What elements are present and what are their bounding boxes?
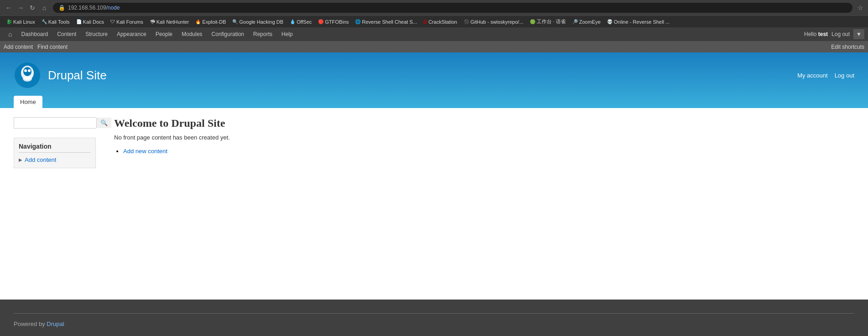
admin-logout-link[interactable]: Log out: [831, 31, 850, 37]
bookmark-kali-tools[interactable]: 🔧 Kali Tools: [39, 18, 73, 26]
bookmark-label: Google Hacking DB: [239, 19, 283, 25]
kali-nethunter-icon: 🦈: [150, 19, 155, 24]
site-header-top: Drupal Site My account Log out: [14, 62, 854, 89]
bookmarks-bar: 🐉 Kali Linux 🔧 Kali Tools 📄 Kali Docs 🛡 …: [0, 16, 868, 27]
site-content: 🔍 Navigation ▶ Add content Welcome to Dr…: [0, 108, 868, 245]
bookmark-label: Kali Linux: [13, 19, 35, 25]
bookmark-label: 工作台 · 语雀: [537, 18, 566, 25]
bookmark-kali-linux[interactable]: 🐉 Kali Linux: [4, 18, 38, 26]
bookmark-google-hacking[interactable]: 🔍 Google Hacking DB: [230, 18, 286, 26]
no-content-message: No front page content has been created y…: [114, 134, 854, 141]
bookmark-kali-forums[interactable]: 🛡 Kali Forums: [108, 18, 146, 26]
bookmark-label: Exploit-DB: [202, 19, 226, 25]
browser-chrome: ← → ↻ ⌂ 🔒 192.168.56.109/node ☆ 🐉 Kali L…: [0, 0, 868, 27]
drupal-logo: [14, 62, 41, 89]
admin-nav-content[interactable]: Content: [52, 27, 81, 41]
list-item: Add new content: [123, 148, 854, 155]
security-icon: 🔒: [58, 5, 65, 11]
add-content-link[interactable]: Add content: [4, 44, 33, 50]
add-new-content-link[interactable]: Add new content: [123, 148, 167, 155]
edit-shortcuts-link[interactable]: Edit shortcuts: [831, 44, 864, 50]
page-title: Welcome to Drupal Site: [114, 117, 854, 129]
kali-linux-icon: 🐉: [6, 19, 12, 24]
gtfobins-icon: 🔴: [318, 19, 324, 24]
admin-dropdown-arrow[interactable]: ▼: [853, 29, 864, 39]
main-content: Welcome to Drupal Site No front page con…: [105, 117, 854, 236]
search-box: 🔍: [14, 117, 96, 129]
admin-bar: ⌂ Dashboard Content Structure Appearance…: [0, 27, 868, 41]
forward-button[interactable]: →: [16, 3, 26, 13]
admin-nav-appearance[interactable]: Appearance: [112, 27, 151, 41]
online-reverse-shell-icon: 💀: [607, 19, 612, 24]
google-hacking-icon: 🔍: [232, 19, 238, 24]
bookmark-label: Kali Forums: [116, 19, 143, 25]
bookmark-star-icon[interactable]: ☆: [856, 4, 864, 12]
expand-arrow-icon: ▶: [19, 157, 22, 162]
bookmark-reverse-shell-cheat[interactable]: 🌐 Reverse Shell Cheat S...: [352, 18, 419, 26]
admin-bar-right: Hello test Log out ▼: [804, 29, 864, 39]
bookmark-work-language[interactable]: 🟢 工作台 · 语雀: [527, 17, 569, 26]
admin-nav-modules[interactable]: Modules: [177, 27, 207, 41]
kali-forums-icon: 🛡: [110, 19, 115, 24]
nav-widget-title: Navigation: [19, 143, 91, 153]
sidebar-add-content-link[interactable]: Add content: [25, 156, 56, 163]
bookmark-crackstation[interactable]: D CrackStation: [421, 18, 460, 26]
exploit-db-icon: 🔥: [195, 19, 201, 24]
zoomeye-icon: 🔎: [572, 19, 578, 24]
secondary-admin-bar: Add content Find content Edit shortcuts: [0, 41, 868, 52]
svg-point-3: [24, 69, 27, 72]
bookmark-label: Online - Reverse Shell ...: [614, 19, 669, 25]
site-footer: Powered by Drupal: [0, 300, 868, 336]
bookmark-label: GitHub - swisskyrepo/...: [471, 19, 523, 25]
bookmark-offsec[interactable]: 💧 OffSec: [287, 18, 314, 26]
site-header: Drupal Site My account Log out Home: [0, 52, 868, 108]
address-bar[interactable]: 🔒 192.168.56.109/node: [53, 3, 852, 13]
bookmark-label: Kali Docs: [83, 19, 104, 25]
username-display: test: [818, 31, 828, 37]
header-links: My account Log out: [797, 72, 854, 79]
tab-home[interactable]: Home: [14, 96, 42, 108]
bookmark-exploit-db[interactable]: 🔥 Exploit-DB: [193, 18, 229, 26]
bookmark-label: GTFOBins: [325, 19, 349, 25]
bookmark-kali-nethunter[interactable]: 🦈 Kali NetHunter: [147, 18, 192, 26]
bookmark-label: Kali NetHunter: [157, 19, 189, 25]
admin-home-button[interactable]: ⌂: [4, 27, 16, 41]
hello-text: Hello test: [804, 31, 828, 37]
refresh-button[interactable]: ↻: [27, 3, 37, 13]
site-name: Drupal Site: [48, 68, 107, 83]
admin-nav-reports[interactable]: Reports: [249, 27, 277, 41]
my-account-link[interactable]: My account: [797, 72, 827, 79]
nav-buttons: ← → ↻ ⌂: [4, 3, 49, 13]
bookmark-gtfobins[interactable]: 🔴 GTFOBins: [315, 18, 351, 26]
bookmark-zoomeye[interactable]: 🔎 ZoomEye: [570, 18, 603, 26]
bookmark-github-swisskyrepo[interactable]: ⚫ GitHub - swisskyrepo/...: [461, 18, 526, 26]
admin-nav-dashboard[interactable]: Dashboard: [16, 27, 52, 41]
header-logout-link[interactable]: Log out: [835, 72, 854, 79]
reverse-shell-cheat-icon: 🌐: [355, 19, 361, 24]
admin-nav-people[interactable]: People: [151, 27, 177, 41]
svg-point-5: [23, 76, 32, 82]
secondary-admin-nav: Add content Find content: [4, 44, 68, 50]
bookmark-online-reverse-shell[interactable]: 💀 Online - Reverse Shell ...: [604, 18, 672, 26]
back-button[interactable]: ←: [4, 3, 14, 13]
admin-nav-configuration[interactable]: Configuration: [207, 27, 248, 41]
svg-point-4: [28, 69, 31, 72]
bookmark-label: Kali Tools: [48, 19, 70, 25]
home-button[interactable]: ⌂: [39, 3, 49, 13]
kali-docs-icon: 📄: [76, 19, 82, 24]
offsec-icon: 💧: [290, 19, 295, 24]
admin-nav-help[interactable]: Help: [277, 27, 298, 41]
powered-by: Powered by Drupal: [14, 320, 854, 327]
footer-divider: [14, 313, 854, 314]
admin-nav: ⌂ Dashboard Content Structure Appearance…: [4, 27, 297, 41]
admin-nav-structure[interactable]: Structure: [81, 27, 112, 41]
nav-widget-item: ▶ Add content: [19, 156, 91, 163]
site-logo-area: Drupal Site: [14, 62, 107, 89]
bookmark-kali-docs[interactable]: 📄 Kali Docs: [73, 18, 107, 26]
kali-tools-icon: 🔧: [42, 19, 47, 24]
svg-point-2: [23, 67, 31, 76]
crackstation-icon: D: [424, 19, 427, 25]
find-content-link[interactable]: Find content: [37, 44, 68, 50]
drupal-link[interactable]: Drupal: [47, 320, 64, 327]
search-input[interactable]: [14, 118, 96, 128]
